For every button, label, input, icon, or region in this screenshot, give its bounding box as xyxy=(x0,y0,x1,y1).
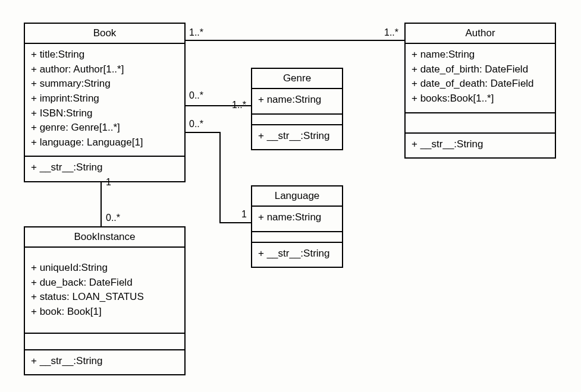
class-attrs: + name:String xyxy=(252,207,342,232)
attr: + books:Book[1..*] xyxy=(412,91,549,106)
class-title: Author xyxy=(406,24,555,44)
attr: + due_back: DateField xyxy=(31,276,178,290)
attr: + status: LOAN_STATUS xyxy=(31,290,178,305)
attr: + name:String xyxy=(258,93,336,108)
attr: + book: Book[1] xyxy=(31,305,178,320)
method: + __str__:String xyxy=(258,246,336,261)
multiplicity-label: 1..* xyxy=(232,100,246,110)
uml-canvas: Book + title:String + author: Author[1..… xyxy=(0,0,581,392)
class-methods: + __str__:String xyxy=(252,125,342,150)
class-spacer xyxy=(406,113,555,134)
class-methods: + __str__:String xyxy=(252,243,342,267)
class-author: Author + name:String + date_of_birth: Da… xyxy=(404,23,556,159)
class-spacer xyxy=(252,115,342,125)
multiplicity-label: 0..* xyxy=(189,119,203,129)
class-attrs: + name:String xyxy=(252,89,342,115)
class-methods: + __str__:String xyxy=(25,350,184,375)
attr: + summary:String xyxy=(31,77,178,91)
attr: + language: Language[1] xyxy=(31,135,178,150)
class-title: Language xyxy=(252,186,342,207)
attr: + author: Author[1..*] xyxy=(31,62,178,77)
attr: + title:String xyxy=(31,48,178,62)
class-title: Book xyxy=(25,24,184,44)
multiplicity-label: 1 xyxy=(241,209,247,220)
attr: + date_of_death: DateField xyxy=(412,77,549,91)
class-spacer xyxy=(25,334,184,350)
class-methods: + __str__:String xyxy=(25,157,184,181)
multiplicity-label: 1 xyxy=(106,177,111,188)
class-attrs: + title:String + author: Author[1..*] + … xyxy=(25,44,184,157)
multiplicity-label: 0..* xyxy=(189,90,203,101)
attr: + uniqueId:String xyxy=(31,261,178,276)
class-attrs: + name:String + date_of_birth: DateField… xyxy=(406,44,555,113)
class-bookinstance: BookInstance + uniqueId:String + due_bac… xyxy=(24,226,186,375)
class-language: Language + name:String + __str__:String xyxy=(251,185,343,268)
class-book: Book + title:String + author: Author[1..… xyxy=(24,23,186,182)
class-methods: + __str__:String xyxy=(406,134,555,158)
method: + __str__:String xyxy=(31,160,178,175)
multiplicity-label: 1..* xyxy=(189,27,203,38)
class-attrs: + uniqueId:String + due_back: DateField … xyxy=(25,248,184,334)
class-genre: Genre + name:String + __str__:String xyxy=(251,68,343,150)
method: + __str__:String xyxy=(412,137,549,152)
class-spacer xyxy=(252,232,342,243)
class-title: BookInstance xyxy=(25,227,184,248)
class-title: Genre xyxy=(252,69,342,89)
attr: + genre: Genre[1..*] xyxy=(31,121,178,135)
method: + __str__:String xyxy=(258,129,336,144)
attr: + date_of_birth: DateField xyxy=(412,62,549,77)
method: + __str__:String xyxy=(31,354,178,369)
multiplicity-label: 0..* xyxy=(106,213,120,223)
multiplicity-label: 1..* xyxy=(384,27,398,38)
attr: + ISBN:String xyxy=(31,106,178,121)
attr: + name:String xyxy=(412,48,549,62)
attr: + name:String xyxy=(258,210,336,225)
attr: + imprint:String xyxy=(31,91,178,106)
